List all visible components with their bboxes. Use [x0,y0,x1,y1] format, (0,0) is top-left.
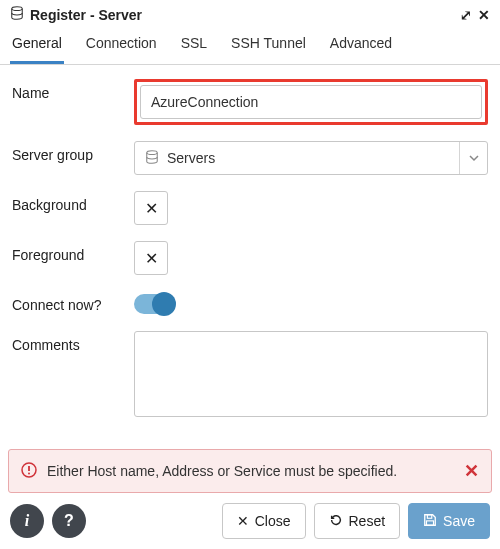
info-icon: i [25,512,29,530]
tab-advanced[interactable]: Advanced [328,27,394,64]
help-button[interactable]: ? [52,504,86,538]
connect-now-toggle[interactable] [134,294,174,314]
error-dismiss-icon[interactable]: ✕ [464,460,479,482]
comments-label: Comments [12,331,120,355]
close-window-icon[interactable]: ✕ [478,7,490,23]
server-group-label: Server group [12,141,120,165]
svg-rect-5 [427,514,431,518]
footer: i ? ✕ Close Reset Save [0,493,500,549]
background-label: Background [12,191,120,215]
info-button[interactable]: i [10,504,44,538]
svg-point-1 [147,150,158,154]
reset-button-label: Reset [349,513,386,529]
servers-icon [145,150,159,167]
save-button[interactable]: Save [408,503,490,539]
form-general: Name Server group Servers Background [0,65,500,421]
help-icon: ? [64,512,74,530]
titlebar: Register - Server ⤢ ✕ [0,0,500,27]
tab-ssh-tunnel[interactable]: SSH Tunnel [229,27,308,64]
svg-point-0 [12,7,23,11]
tab-general[interactable]: General [10,27,64,64]
tab-ssl[interactable]: SSL [179,27,209,64]
background-clear-button[interactable]: ✕ [134,191,168,225]
error-banner: Either Host name, Address or Service mus… [8,449,492,493]
database-icon [10,6,24,23]
svg-point-4 [28,472,30,474]
chevron-down-icon[interactable] [459,142,487,174]
name-label: Name [12,79,120,103]
window-title: Register - Server [30,7,142,23]
save-icon [423,513,437,530]
comments-textarea[interactable] [134,331,488,417]
close-button-label: Close [255,513,291,529]
reset-icon [329,513,343,530]
x-icon: ✕ [145,249,158,268]
x-icon: ✕ [237,513,249,529]
toggle-knob [152,292,176,316]
reset-button[interactable]: Reset [314,503,401,539]
server-group-value: Servers [167,150,459,166]
foreground-clear-button[interactable]: ✕ [134,241,168,275]
save-button-label: Save [443,513,475,529]
error-icon [21,462,37,481]
error-message: Either Host name, Address or Service mus… [47,463,454,479]
connect-now-label: Connect now? [12,291,120,315]
name-input[interactable] [140,85,482,119]
x-icon: ✕ [145,199,158,218]
expand-icon[interactable]: ⤢ [460,7,472,23]
close-button[interactable]: ✕ Close [222,503,306,539]
name-highlight [134,79,488,125]
foreground-label: Foreground [12,241,120,265]
server-group-select[interactable]: Servers [134,141,488,175]
tab-connection[interactable]: Connection [84,27,159,64]
tabs: General Connection SSL SSH Tunnel Advanc… [0,27,500,65]
